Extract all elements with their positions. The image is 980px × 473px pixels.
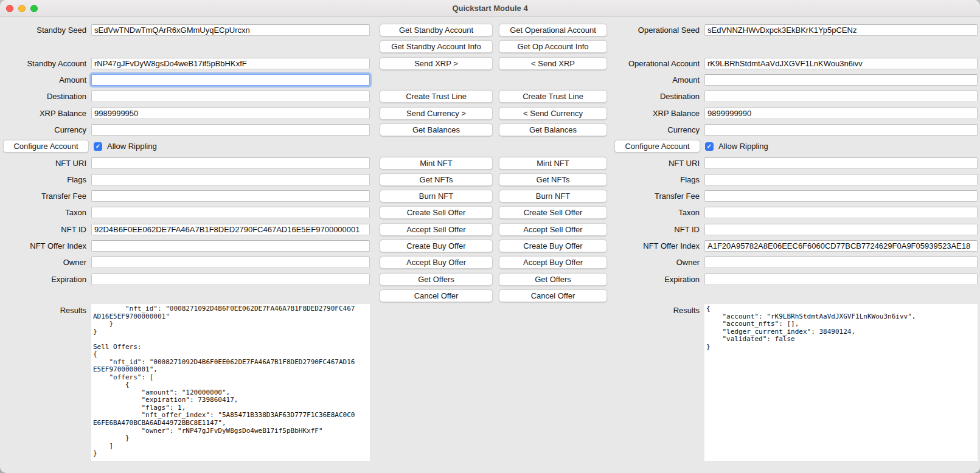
standby-send-xrp-button[interactable]: Send XRP > (380, 57, 493, 70)
operational-burn-nft-button[interactable]: Burn NFT (499, 190, 607, 202)
app-window: Quickstart Module 4 Standby Seed Get Sta… (0, 0, 980, 473)
operational-nft-offer-index-input[interactable] (704, 240, 978, 252)
standby-create-buy-offer-button[interactable]: Create Buy Offer (380, 240, 493, 252)
zoom-button[interactable] (30, 5, 38, 12)
operational-seed-label: Operational Seed (614, 26, 704, 35)
operational-accept-buy-offer-button[interactable]: Accept Buy Offer (499, 256, 607, 269)
operational-nft-id-input[interactable] (704, 224, 978, 235)
operational-xrp-balance-input[interactable] (704, 108, 978, 119)
operational-allow-rippling-checkbox[interactable] (705, 142, 714, 151)
operational-nft-offer-index-label: NFT Offer Index (614, 241, 704, 250)
standby-configure-account-button[interactable]: Configure Account (3, 140, 89, 153)
operational-nft-uri-label: NFT URI (614, 159, 704, 168)
standby-xrp-balance-label: XRP Balance (0, 109, 91, 118)
operational-flags-input[interactable] (704, 174, 978, 185)
standby-transfer-fee-input[interactable] (91, 190, 370, 202)
standby-taxon-label: Taxon (0, 208, 91, 217)
standby-destination-input[interactable] (91, 91, 370, 102)
operational-transfer-fee-input[interactable] (704, 190, 978, 202)
operational-xrp-balance-label: XRP Balance (614, 109, 704, 118)
standby-seed-label: Standby Seed (0, 26, 91, 35)
standby-amount-input[interactable] (91, 74, 370, 86)
standby-flags-input[interactable] (91, 174, 370, 185)
standby-currency-label: Currency (0, 125, 91, 134)
operational-cancel-offer-button[interactable]: Cancel Offer (499, 289, 607, 302)
get-standby-account-button[interactable]: Get Standby Account (380, 24, 493, 36)
standby-get-nfts-button[interactable]: Get NFTs (380, 173, 493, 186)
operational-create-trust-line-button[interactable]: Create Trust Line (499, 90, 607, 103)
standby-flags-label: Flags (0, 175, 91, 184)
standby-transfer-fee-label: Transfer Fee (0, 192, 91, 201)
standby-nft-offer-index-input[interactable] (91, 240, 370, 252)
standby-taxon-input[interactable] (91, 207, 370, 218)
operational-configure-account-button[interactable]: Configure Account (614, 140, 700, 153)
standby-amount-label: Amount (0, 75, 91, 85)
operational-mint-nft-button[interactable]: Mint NFT (499, 157, 607, 170)
standby-accept-buy-offer-button[interactable]: Accept Buy Offer (380, 256, 493, 269)
operational-create-sell-offer-button[interactable]: Create Sell Offer (499, 206, 607, 219)
get-op-account-info-button[interactable]: Get Op Account Info (499, 40, 607, 53)
operational-accept-sell-offer-button[interactable]: Accept Sell Offer (499, 223, 607, 236)
window-controls (6, 0, 38, 16)
standby-nft-uri-input[interactable] (91, 157, 370, 169)
standby-create-sell-offer-button[interactable]: Create Sell Offer (380, 206, 493, 219)
standby-configure-row: Configure Account Allow Rippling (0, 140, 370, 153)
operational-get-balances-button[interactable]: Get Balances (499, 123, 607, 136)
operational-create-buy-offer-button[interactable]: Create Buy Offer (499, 240, 607, 252)
standby-send-currency-button[interactable]: Send Currency > (380, 107, 493, 120)
operational-seed-input[interactable] (704, 24, 978, 36)
standby-nft-offer-index-label: NFT Offer Index (0, 241, 91, 250)
operational-expiration-input[interactable] (704, 274, 978, 285)
standby-destination-label: Destination (0, 92, 91, 101)
get-standby-account-info-button[interactable]: Get Standby Account Info (380, 40, 493, 53)
operational-destination-label: Destination (614, 92, 704, 101)
operational-expiration-label: Expiration (614, 275, 704, 284)
titlebar: Quickstart Module 4 (0, 0, 980, 17)
operational-amount-input[interactable] (704, 74, 978, 86)
operational-configure-row: Configure Account Allow Rippling (614, 140, 978, 153)
operational-get-offers-button[interactable]: Get Offers (499, 273, 607, 286)
operational-send-xrp-button[interactable]: < Send XRP (499, 57, 607, 70)
operational-currency-label: Currency (614, 125, 704, 134)
operational-nft-uri-input[interactable] (704, 157, 978, 169)
operational-account-label: Operational Account (614, 59, 704, 68)
operational-currency-input[interactable] (704, 124, 978, 136)
standby-cancel-offer-button[interactable]: Cancel Offer (380, 289, 493, 302)
get-operational-account-button[interactable]: Get Operational Account (499, 24, 607, 36)
standby-currency-input[interactable] (91, 124, 370, 136)
standby-nft-id-input[interactable] (91, 224, 370, 235)
standby-nft-uri-label: NFT URI (0, 159, 91, 168)
window-title: Quickstart Module 4 (452, 4, 527, 13)
operational-nft-id-label: NFT ID (614, 225, 704, 234)
operational-destination-input[interactable] (704, 91, 978, 102)
operational-owner-input[interactable] (704, 257, 978, 268)
standby-owner-input[interactable] (91, 257, 370, 268)
operational-results-output[interactable]: { "account": "rK9LBRhStdmtAaVdJXGVF1LnKW… (704, 304, 978, 461)
standby-burn-nft-button[interactable]: Burn NFT (380, 190, 493, 202)
standby-get-balances-button[interactable]: Get Balances (380, 123, 493, 136)
operational-allow-rippling-label: Allow Rippling (718, 142, 768, 151)
standby-create-trust-line-button[interactable]: Create Trust Line (380, 90, 493, 103)
standby-seed-input[interactable] (91, 24, 370, 36)
close-button[interactable] (6, 5, 13, 12)
standby-xrp-balance-input[interactable] (91, 108, 370, 119)
standby-owner-label: Owner (0, 258, 91, 267)
operational-account-input[interactable] (704, 58, 978, 69)
standby-get-offers-button[interactable]: Get Offers (380, 273, 493, 286)
operational-amount-label: Amount (614, 75, 704, 85)
operational-results-label: Results (614, 304, 704, 315)
standby-allow-rippling-checkbox[interactable] (94, 142, 102, 151)
standby-account-input[interactable] (91, 58, 370, 69)
operational-taxon-label: Taxon (614, 208, 704, 217)
operational-send-currency-button[interactable]: < Send Currency (499, 107, 607, 120)
main-form: Standby Seed Get Standby Account Get Ope… (0, 17, 980, 473)
standby-allow-rippling-label: Allow Rippling (107, 142, 157, 151)
operational-get-nfts-button[interactable]: Get NFTs (499, 173, 607, 186)
minimize-button[interactable] (18, 5, 26, 12)
standby-expiration-input[interactable] (91, 274, 370, 285)
standby-mint-nft-button[interactable]: Mint NFT (380, 157, 493, 170)
standby-accept-sell-offer-button[interactable]: Accept Sell Offer (380, 223, 493, 236)
standby-results-output[interactable]: "nft_id": "0008271092D4B6F0EE062DE7FA46A… (91, 304, 370, 461)
standby-expiration-label: Expiration (0, 275, 91, 284)
operational-taxon-input[interactable] (704, 207, 978, 218)
